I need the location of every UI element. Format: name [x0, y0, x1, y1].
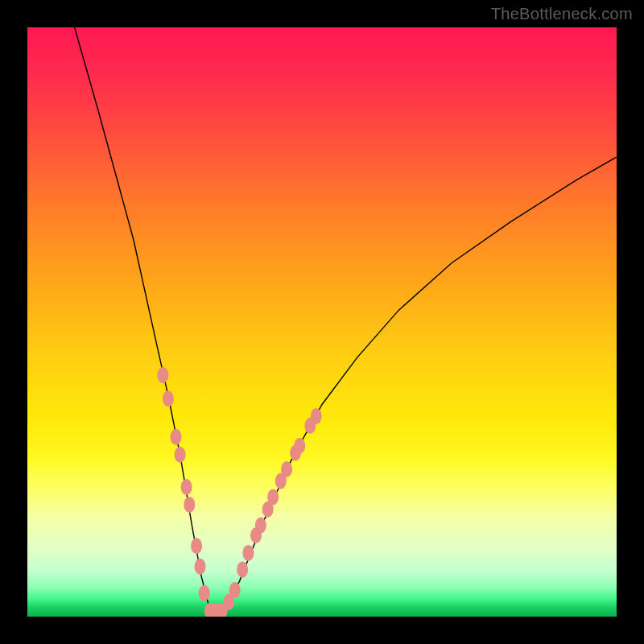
watermark-label: TheBottleneck.com — [491, 5, 633, 23]
plot-area — [27, 27, 617, 617]
highlight-dot — [175, 447, 186, 463]
highlight-dot — [163, 390, 174, 407]
chart-stage: TheBottleneck.com — [0, 0, 644, 644]
highlight-dot — [184, 497, 195, 513]
highlight-dot — [199, 585, 210, 601]
highlight-dot — [229, 582, 241, 598]
highlight-dot — [195, 559, 206, 575]
highlight-dot — [294, 438, 305, 454]
highlight-dot — [171, 429, 182, 445]
highlight-dots — [27, 27, 617, 617]
highlight-dot — [281, 461, 292, 477]
highlight-dot — [243, 545, 254, 561]
highlight-dot — [191, 538, 202, 554]
highlight-dot — [181, 479, 192, 495]
highlight-dot — [311, 408, 322, 424]
highlight-dot — [267, 489, 279, 505]
highlight-dot — [237, 561, 248, 577]
highlight-dot — [255, 518, 266, 534]
highlight-dot — [157, 367, 168, 383]
